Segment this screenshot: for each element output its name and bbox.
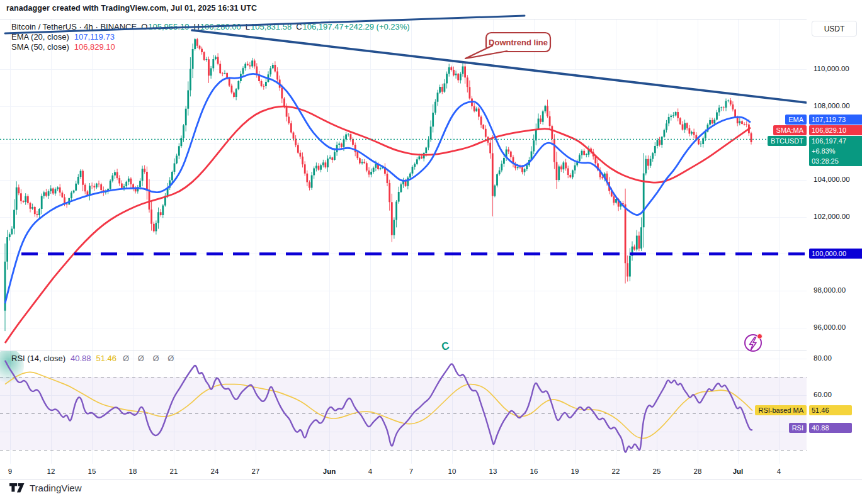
high-value: 106,280.00	[200, 22, 241, 31]
open-label: O	[141, 22, 147, 31]
sma-price-badge-tag: SMA:MA	[773, 125, 807, 135]
tradingview-chart-page: ranadagger created with TradingView.com,…	[0, 0, 862, 504]
low-label: L	[246, 22, 250, 31]
time-tick-label: 21	[170, 468, 178, 475]
rsi-ma-badge: 51.46	[809, 405, 852, 415]
up-candle-wicks	[5, 38, 740, 331]
close-label: C	[296, 22, 302, 31]
rsi-legend-value: 40.88	[71, 354, 91, 363]
tradingview-logo-text: TradingView	[30, 483, 82, 493]
sma50-line	[5, 106, 751, 343]
rsi-empty-values: Ø Ø Ø Ø	[123, 354, 177, 363]
open-value: 105,955.19	[148, 22, 189, 31]
time-tick-label: 15	[88, 468, 96, 475]
price-tick-label: 80.00	[814, 354, 832, 362]
close-value: 106,197.47	[303, 22, 344, 31]
time-tick-label: 28	[694, 468, 702, 475]
last-price-badge: 106,197.47+6.83%03:28:25	[809, 136, 862, 166]
ema-price-badge: 107,119.73	[809, 115, 862, 125]
high-label: H	[193, 22, 199, 31]
downtrend-line-label[interactable]: Downtrend line	[486, 33, 550, 52]
price-tick-label: 102,000.00	[814, 213, 850, 220]
ema-legend-value: 107,119.73	[74, 32, 115, 42]
main-chart-legend: Bitcoin / TetherUS · 4h · BINANCEO105,95…	[11, 22, 410, 52]
time-tick-label: 24	[211, 468, 219, 475]
rsi-legend-label: RSI (14, close)	[11, 354, 65, 363]
low-value: 105,831.58	[251, 22, 292, 31]
price-tick-label: 96,000.00	[814, 323, 846, 331]
rsi-ma-badge-tag: RSI-based MA	[755, 405, 807, 415]
sma-legend-label: SMA (50, close)	[11, 42, 69, 52]
time-tick-label: 9	[8, 468, 12, 475]
time-tick-label: Jun	[323, 468, 336, 475]
price-change: +242.29 (+0.23%)	[344, 22, 410, 31]
price-axis[interactable]: USDT 110,000.00108,000.00104,000.00102,0…	[807, 19, 862, 479]
last-price-badge-tag: BTCUSDT	[768, 136, 807, 146]
symbol-row: Bitcoin / TetherUS · 4h · BINANCEO105,95…	[11, 22, 410, 32]
price-tick-label: 104,000.00	[814, 176, 850, 183]
time-tick-label: 25	[653, 468, 661, 475]
time-tick-label: 4	[368, 468, 372, 475]
sma-legend-row[interactable]: SMA (50, close)106,829.10	[11, 42, 410, 52]
rsi-ma-legend-value: 51.46	[96, 354, 117, 363]
rsi-legend-row[interactable]: RSI (14, close)40.8851.46Ø Ø Ø Ø	[11, 354, 177, 364]
time-axis[interactable]: 9121518212427Jun4710131619222528Jul4	[0, 464, 862, 479]
time-tick-label: 12	[47, 468, 55, 475]
time-tick-label: Jul	[733, 468, 744, 475]
price-chart-canvas[interactable]	[0, 0, 862, 504]
ema20-line	[5, 74, 751, 303]
rsi-panel	[0, 349, 807, 451]
time-tick-label: 4	[777, 468, 781, 475]
symbol-title[interactable]: Bitcoin / TetherUS · 4h · BINANCE	[11, 22, 137, 31]
rsi-badge: 40.88	[809, 423, 852, 433]
time-tick-label: 27	[252, 468, 260, 475]
time-tick-label: 19	[571, 468, 579, 475]
price-tick-label: 60.00	[814, 391, 832, 398]
footer: TradingView	[9, 482, 82, 493]
price-tick-label: 110,000.00	[814, 65, 849, 72]
ema-price-badge-tag: EMA	[785, 115, 807, 125]
ema-legend-label: EMA (20, close)	[11, 32, 69, 42]
ema-legend-row[interactable]: EMA (20, close)107,119.73	[11, 32, 410, 42]
candles-layer	[5, 38, 751, 331]
attribution-text: ranadagger created with TradingView.com,…	[6, 4, 257, 13]
time-tick-label: 22	[612, 468, 620, 475]
price-tick-label: 108,000.00	[814, 102, 850, 109]
time-tick-label: 18	[129, 468, 137, 475]
up-candle-bodies	[5, 39, 740, 311]
time-tick-label: 10	[448, 468, 457, 475]
time-tick-label: 7	[409, 468, 413, 475]
tradingview-logo-icon	[9, 482, 25, 493]
support-level-badge: 100,000.00	[809, 249, 862, 259]
time-tick-label: 13	[489, 468, 497, 475]
sma-price-badge: 106,829.10	[809, 125, 862, 135]
price-tick-label: 98,000.00	[814, 286, 846, 294]
rsi-badge-tag: RSI	[789, 423, 807, 433]
currency-toggle-button[interactable]: USDT	[812, 21, 857, 36]
sma-legend-value: 106,829.10	[74, 42, 115, 52]
time-tick-label: 16	[530, 468, 538, 475]
